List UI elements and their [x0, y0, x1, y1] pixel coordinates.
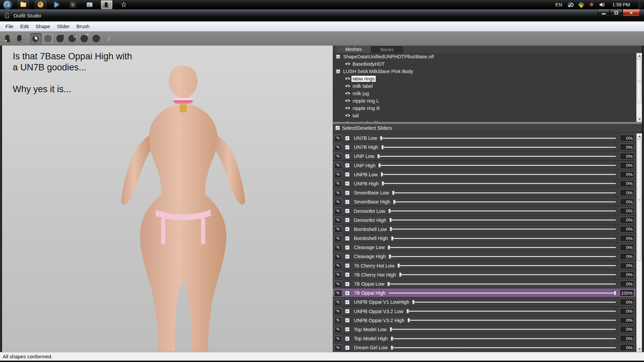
slider-track[interactable] [389, 293, 616, 294]
visibility-eye-icon[interactable] [345, 62, 351, 66]
slider-checkbox[interactable]: ✔ [345, 181, 350, 186]
menu-edit[interactable]: Edit [17, 22, 32, 31]
edit-slider-button[interactable]: ✎ [334, 207, 342, 215]
visibility-eye-icon[interactable] [345, 106, 351, 110]
tree-item-label[interactable]: nipple ring L [352, 98, 380, 104]
slider-thumb[interactable] [388, 245, 390, 250]
tree-row[interactable]: −LUSH SetA MilkSlave Pink Body [333, 68, 636, 75]
slider-checkbox[interactable]: ✔ [345, 136, 350, 140]
edit-slider-button[interactable]: ✎ [334, 226, 342, 233]
slider-checkbox[interactable]: ✔ [345, 254, 350, 259]
menu-slider[interactable]: Slider [53, 22, 73, 31]
tree-item-label[interactable]: milk jug [352, 90, 370, 97]
deflate-brush-button[interactable] [67, 33, 77, 44]
edit-slider-button[interactable]: ✎ [334, 244, 342, 251]
edit-slider-button[interactable]: ✎ [334, 171, 342, 178]
slider-thumb[interactable] [381, 145, 384, 149]
menu-shape[interactable]: Shape [32, 22, 53, 31]
slider-value[interactable]: 0% [620, 326, 634, 333]
slider-value[interactable]: 0% [620, 144, 634, 150]
slider-value[interactable]: 0% [620, 299, 634, 305]
slider-checkbox[interactable]: ✔ [345, 291, 350, 295]
slider-thumb[interactable] [399, 273, 401, 277]
slider-value[interactable]: 0% [620, 335, 634, 342]
slider-track[interactable] [390, 229, 616, 230]
slider-thumb[interactable] [408, 318, 410, 322]
tree-row[interactable]: nipple ring R [333, 105, 636, 112]
slider-value[interactable]: 0% [620, 180, 634, 187]
scroll-down-button[interactable] [637, 116, 642, 122]
slider-thumb[interactable] [381, 172, 383, 177]
slider-checkbox[interactable]: ✔ [345, 200, 350, 204]
slider-checkbox[interactable]: ✔ [345, 236, 350, 241]
slider-track[interactable] [392, 192, 616, 193]
edit-slider-button[interactable]: ✎ [334, 271, 342, 278]
slider-checkbox[interactable]: ✔ [345, 227, 350, 231]
slider-value[interactable]: 0% [620, 189, 634, 196]
taskbar-item-skyrim[interactable] [118, 0, 129, 9]
slider-checkbox[interactable]: ✔ [345, 218, 350, 222]
slider-track[interactable] [390, 220, 616, 221]
tree-row[interactable]: −ShapeData\UnifiedUNPHDTPllus\Base.nif [333, 53, 636, 60]
tree-item-label[interactable]: ShapeData\UnifiedUNPHDTPllus\Base.nif [342, 54, 435, 60]
slider-track[interactable] [390, 329, 616, 330]
tree-item-label[interactable]: nipple ring R [352, 105, 381, 111]
slider-checkbox[interactable]: ✔ [345, 209, 350, 213]
slider-checkbox[interactable]: ✔ [345, 191, 350, 195]
slider-value[interactable]: 0% [620, 272, 634, 278]
start-button[interactable] [3, 1, 12, 9]
slider-checkbox[interactable]: ✔ [345, 163, 350, 168]
edit-slider-button[interactable]: ✎ [334, 180, 342, 187]
viewport-3d[interactable]: Is that 7Base Oppai High with a UN7B goo… [2, 46, 333, 352]
slider-checkbox[interactable]: ✔ [345, 273, 350, 277]
slider-track[interactable] [381, 174, 616, 175]
load-reference-button[interactable] [15, 33, 25, 44]
slider-track[interactable] [380, 138, 616, 139]
collapse-icon[interactable]: − [336, 55, 340, 59]
edit-slider-button[interactable]: ✎ [334, 299, 342, 306]
slider-checkbox[interactable]: ✔ [345, 318, 350, 322]
edit-slider-button[interactable]: ✎ [334, 344, 342, 351]
edit-slider-button[interactable]: ✎ [334, 335, 342, 342]
sliders-scrollbar[interactable] [636, 133, 642, 352]
move-brush-button[interactable] [79, 33, 90, 44]
slider-thumb[interactable] [614, 291, 616, 295]
tree-row[interactable]: milk jug [333, 90, 636, 97]
tree-row[interactable]: tail [333, 112, 636, 119]
menu-file[interactable]: File [2, 22, 17, 31]
slider-track[interactable] [407, 311, 616, 312]
edit-slider-button[interactable]: ✎ [334, 326, 342, 333]
slider-thumb[interactable] [380, 136, 382, 140]
slider-checkbox[interactable]: ✔ [345, 172, 350, 177]
load-project-button[interactable] [3, 33, 13, 44]
taskbar-item-firefox[interactable] [35, 0, 46, 9]
edit-slider-button[interactable]: ✎ [334, 281, 342, 288]
slider-value[interactable]: 0% [620, 226, 634, 233]
minimize-button[interactable] [598, 9, 610, 16]
slider-checkbox[interactable]: ✔ [345, 282, 350, 286]
slider-checkbox[interactable]: ✔ [345, 346, 350, 350]
scroll-down-button[interactable] [637, 346, 642, 352]
slider-value[interactable]: 0% [620, 153, 634, 160]
sliders-scrollbar-thumb[interactable] [637, 140, 642, 260]
tree-item-label[interactable]: labia rings [352, 76, 376, 82]
visibility-eye-icon[interactable] [345, 84, 351, 88]
visibility-eye-icon[interactable] [345, 92, 351, 96]
slider-thumb[interactable] [389, 218, 392, 222]
tab-bones[interactable]: Bones [370, 46, 404, 53]
slider-value[interactable]: 0% [620, 162, 634, 169]
close-button[interactable]: ✕ [623, 9, 640, 16]
slider-track[interactable] [393, 201, 616, 202]
slider-thumb[interactable] [407, 309, 409, 313]
slider-thumb[interactable] [397, 263, 400, 268]
smooth-brush-button[interactable] [91, 33, 102, 44]
slider-track[interactable] [391, 238, 616, 239]
taskbar-item-media-player[interactable] [52, 0, 61, 9]
edit-slider-button[interactable]: ✎ [334, 198, 342, 205]
slider-value[interactable]: 0% [620, 308, 634, 315]
edit-slider-button[interactable]: ✎ [334, 235, 342, 242]
slider-value[interactable]: 0% [620, 344, 634, 351]
tree-scrollbar-thumb[interactable] [637, 59, 642, 103]
edit-slider-button[interactable]: ✎ [334, 317, 342, 324]
taskbar-clock[interactable]: 1:59 PM [612, 2, 630, 7]
